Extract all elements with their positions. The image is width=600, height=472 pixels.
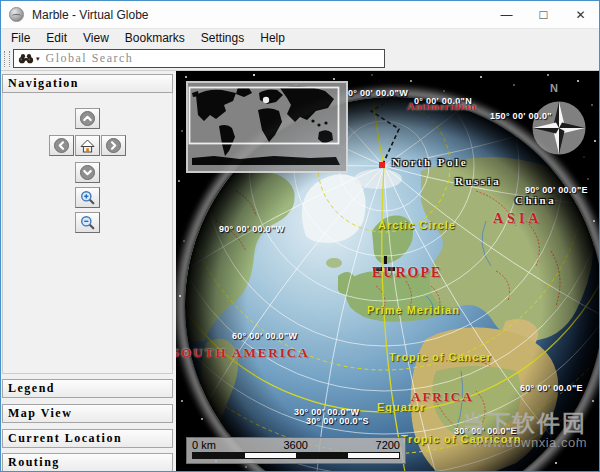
home-icon: [80, 139, 95, 153]
window-title: Marble - Virtual Globe: [32, 8, 149, 22]
overview-map[interactable]: [186, 81, 348, 173]
menu-item-help[interactable]: Help: [252, 29, 293, 48]
panel-header-legend[interactable]: Legend: [2, 379, 173, 398]
scale-segments: [192, 452, 400, 459]
search-box[interactable]: ▾: [13, 49, 385, 68]
watermark-url: www.downxia.com: [473, 435, 587, 450]
chevron-right-icon: [106, 138, 121, 153]
marble-window: Marble - Virtual Globe — □ ✕ File Edit V…: [0, 0, 600, 472]
magnifier-plus-icon: [80, 190, 95, 205]
chevron-up-icon: [80, 111, 95, 126]
panel-header-navigation[interactable]: Navigation: [2, 74, 173, 93]
close-button[interactable]: ✕: [562, 1, 599, 28]
pan-up-button[interactable]: [75, 108, 100, 129]
scale-max: 7200: [376, 439, 400, 451]
compass-n-label: N: [550, 82, 558, 94]
magnifier-minus-icon: [80, 215, 95, 230]
globe-icon: [9, 7, 24, 22]
panel-header-routing[interactable]: Routing: [2, 453, 173, 471]
menu-bar: File Edit View Bookmarks Settings Help: [1, 28, 599, 47]
main-area: Navigation: [1, 71, 599, 471]
chevron-left-icon: [54, 138, 69, 153]
maximize-button[interactable]: □: [525, 1, 562, 28]
compass-rose-icon[interactable]: [529, 98, 589, 158]
toolbar-drag-handle[interactable]: [4, 51, 10, 67]
north-pole-marker: [379, 162, 385, 168]
chevron-down-icon: [80, 165, 95, 180]
globe-viewport[interactable]: N 0° 00' 00.0"W 0° 00' 00.0"N Antimeridi…: [176, 71, 599, 471]
panel-header-current-location[interactable]: Current Location: [2, 429, 173, 448]
pan-down-button[interactable]: [75, 162, 100, 183]
scale-zero: 0 km: [192, 439, 216, 451]
overview-position-dot: [263, 97, 269, 103]
pan-left-button[interactable]: [49, 135, 74, 156]
pan-right-button[interactable]: [101, 135, 126, 156]
dropdown-arrow-icon[interactable]: ▾: [36, 55, 40, 62]
menu-item-bookmarks[interactable]: Bookmarks: [117, 29, 193, 48]
scale-bar: 0 km 3600 7200: [186, 437, 406, 464]
sidebar: Navigation: [1, 71, 176, 471]
menu-item-edit[interactable]: Edit: [38, 29, 75, 48]
home-button[interactable]: [75, 135, 100, 156]
menu-item-settings[interactable]: Settings: [193, 29, 252, 48]
zoom-out-button[interactable]: [75, 212, 100, 233]
title-bar: Marble - Virtual Globe — □ ✕: [1, 1, 599, 28]
minimize-button[interactable]: —: [488, 1, 525, 28]
zoom-in-button[interactable]: [75, 187, 100, 208]
scale-mid: 3600: [283, 439, 307, 451]
binoculars-icon: [18, 53, 34, 64]
panel-header-map-view[interactable]: Map View: [2, 404, 173, 423]
search-input[interactable]: [44, 51, 380, 66]
search-toolbar: ▾: [1, 47, 599, 71]
menu-item-view[interactable]: View: [75, 29, 117, 48]
window-controls: — □ ✕: [488, 1, 599, 28]
menu-item-file[interactable]: File: [3, 29, 38, 48]
